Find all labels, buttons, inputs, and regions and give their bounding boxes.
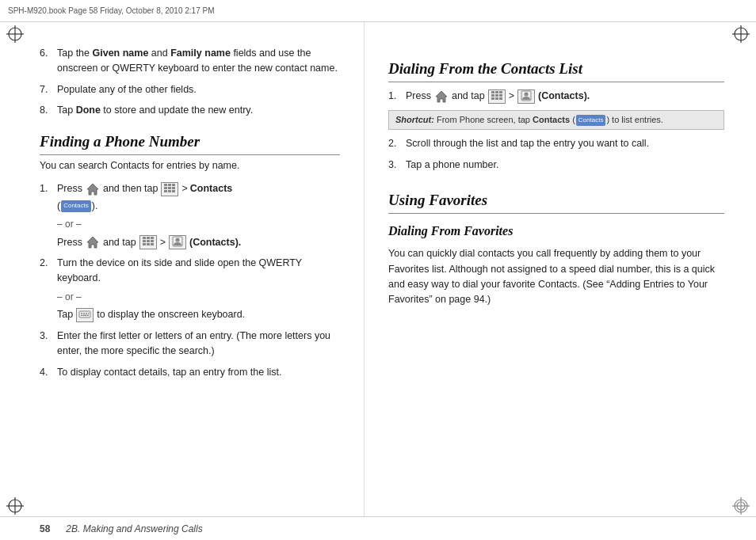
greater-than-2: > [160,235,166,250]
svg-rect-44 [491,91,494,93]
shortcut-contacts-badge: Contacts [576,115,606,125]
shortcut-label: Shortcut: [395,115,434,124]
svg-marker-13 [87,184,98,195]
step-6-num: 6. [40,46,57,77]
svg-rect-38 [86,313,87,314]
svg-rect-41 [83,315,87,317]
dialing-from-favorites-title: Dialing From Favorites [388,222,724,241]
svg-point-34 [175,238,179,242]
svg-rect-29 [151,240,154,242]
svg-rect-36 [81,313,82,314]
dialing-step-2: 2. Scroll through the list and tap the e… [388,136,724,151]
or-line-1: – or – [57,217,340,232]
finding-step-4: 4. To display contact details, tap an en… [40,365,340,380]
done-label: Done [76,105,101,116]
svg-rect-21 [168,190,171,192]
svg-rect-14 [164,184,167,186]
svg-rect-46 [499,91,502,93]
finding-step-4-content: To display contact details, tap an entry… [57,365,340,380]
svg-rect-15 [168,184,171,186]
header-bar: SPH-M920.book Page 58 Friday, October 8,… [0,0,756,22]
step-8-content: Tap Done to store and update the new ent… [57,103,340,118]
svg-point-54 [524,93,528,97]
dialing-step-1-content: Press and tap [406,89,724,104]
dialing-from-favorites-body: You can quickly dial contacts you call f… [388,246,724,308]
press-label-2: Press [57,235,82,250]
grid-icon-2 [139,235,157,249]
svg-rect-35 [79,311,90,318]
svg-rect-49 [499,94,502,97]
svg-rect-26 [151,237,154,239]
contacts-icon-box [169,235,186,249]
finding-step-2: 2. Turn the device on its side and slide… [40,256,340,323]
finding-intro: You can search Contacts for entries by n… [40,158,340,173]
dialing-step-1-num: 1. [388,89,406,104]
press-line-1: Press and then tap [57,181,340,196]
home-icon-2 [86,235,100,249]
shortcut-contacts-word: Contacts [533,115,570,124]
tap-label: Tap [57,307,73,322]
then-tap-label: and then tap [103,181,158,196]
svg-rect-24 [143,237,146,239]
svg-rect-25 [147,237,150,239]
finding-step-3-content: Enter the first letter or letters of an … [57,329,340,359]
svg-rect-39 [88,313,90,314]
svg-rect-50 [491,97,494,100]
header-text: SPH-M920.book Page 58 Friday, October 8,… [8,6,215,15]
finding-step-2-content: Turn the device on its side and slide op… [57,256,340,323]
press-line-2: Press and tap [57,235,340,250]
right-column: Dialing From the Contacts List 1. Press … [365,22,756,516]
left-column: 6. Tap the Given name and Family name fi… [0,22,365,516]
step-8-num: 8. [40,103,57,118]
home-icon-1 [86,182,100,196]
dialing-step-2-content: Scroll through the list and tap the entr… [406,136,724,151]
shortcut-end: ) to list entries. [606,115,663,124]
svg-rect-31 [147,243,150,245]
dialing-home-icon [434,89,449,104]
dialing-and-tap: and tap [452,89,485,104]
svg-rect-19 [172,187,175,189]
svg-rect-30 [143,243,146,245]
svg-rect-27 [143,240,146,242]
svg-rect-47 [491,94,494,97]
finding-step-1-content: Press and then tap [57,181,340,250]
tap-keyboard-line: Tap [57,307,340,322]
dialing-step-3-content: Tap a phone number. [406,158,724,173]
finding-step-3: 3. Enter the first letter or letters of … [40,329,340,359]
svg-rect-42 [87,315,89,317]
dialing-press-line: Press and tap [406,89,724,104]
svg-rect-40 [81,315,82,317]
dialing-step-1: 1. Press and tap [388,89,724,104]
svg-rect-20 [164,190,167,192]
svg-rect-32 [151,243,154,245]
svg-marker-23 [87,237,98,248]
greater-than-1: > [181,181,187,196]
svg-rect-51 [495,97,498,100]
dialing-grid-icon [488,89,506,104]
shortcut-box: Shortcut: From Phone screen, tap Contact… [388,110,724,130]
finding-step-2-num: 2. [40,256,57,323]
using-favorites-title: Using Favorites [388,188,724,214]
svg-rect-52 [499,97,502,100]
contacts-badge-line: (Contacts). [57,199,340,214]
grid-icon-1 [161,182,178,196]
contacts-badge: Contacts [61,200,91,211]
step-6: 6. Tap the Given name and Family name fi… [40,46,340,77]
svg-rect-28 [147,240,150,242]
dialing-step-3: 3. Tap a phone number. [388,158,724,173]
svg-rect-37 [83,313,85,314]
dialing-greater-than: > [509,89,514,104]
step-8: 8. Tap Done to store and update the new … [40,103,340,118]
finding-phone-number-title: Finding a Phone Number [40,130,340,155]
contacts-parens: (Contacts). [189,235,241,250]
page-container: SPH-M920.book Page 58 Friday, October 8,… [0,0,756,540]
given-name-label: Given name [92,48,148,59]
dialing-contacts-text: (Contacts). [538,89,590,104]
family-name-label: Family name [170,48,231,59]
step-7-content: Populate any of the other fields. [57,82,340,97]
svg-rect-48 [495,94,498,97]
and-tap-2: and tap [103,235,136,250]
columns: 6. Tap the Given name and Family name fi… [0,22,756,516]
step-6-content: Tap the Given name and Family name field… [57,46,340,77]
shortcut-text: From Phone screen, tap Contacts ( [437,115,575,124]
